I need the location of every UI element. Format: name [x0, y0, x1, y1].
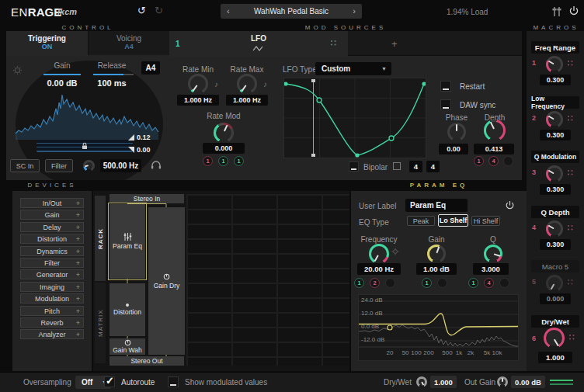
rate-max-sync-note-icon[interactable]: ♪	[263, 80, 267, 88]
macro-2-label[interactable]: Low Frequency	[531, 96, 579, 109]
q-badge-2[interactable]: 4	[484, 278, 494, 288]
macro-4-targets-icon[interactable]	[568, 225, 574, 231]
param-eq-node[interactable]: Param Eq	[110, 204, 145, 279]
tab-triggering[interactable]: Triggering ON	[6, 31, 88, 56]
marker-top-triangle-icon[interactable]	[128, 134, 134, 140]
add-device-icon[interactable]: +	[76, 331, 80, 338]
rate-mod-badge-3[interactable]: 1	[234, 156, 244, 166]
eq-type-lo-shelf-button[interactable]: Lo Shelf	[438, 214, 468, 227]
add-device-icon[interactable]: +	[76, 211, 80, 219]
add-device-icon[interactable]: +	[76, 295, 80, 303]
tab-voicing[interactable]: Voicing A4	[88, 31, 169, 55]
device-pitch[interactable]: Pitch+	[20, 306, 84, 316]
depth-badge-2[interactable]: 4	[488, 156, 499, 166]
macro-5-value[interactable]: 0.000	[540, 293, 571, 304]
macro-4-value[interactable]: 0.300	[540, 239, 571, 250]
macro-6-targets-icon[interactable]	[569, 335, 575, 341]
sc-in-button[interactable]: SC In	[10, 159, 40, 172]
marker-bottom-value[interactable]: 0.00	[137, 146, 151, 154]
rate-mod-badge-2[interactable]: 1	[218, 156, 228, 166]
gain-slider[interactable]	[43, 74, 81, 75]
grid-steps-y[interactable]: 4	[426, 161, 440, 172]
headphones-icon[interactable]	[151, 160, 162, 170]
add-device-icon[interactable]: +	[76, 199, 80, 207]
frequency-badge-2[interactable]: 2	[370, 278, 380, 288]
device-generator[interactable]: Generator+	[20, 269, 84, 279]
device-gain[interactable]: Gain+	[20, 210, 84, 220]
preset-selector[interactable]: ‹ WahWah Pedal Basic ›	[221, 4, 362, 19]
daw-sync-checkbox[interactable]	[440, 99, 451, 110]
show-modulated-checkbox[interactable]	[168, 376, 179, 387]
power-icon[interactable]	[568, 5, 579, 16]
rate-max-knob[interactable]	[237, 74, 257, 94]
grid-steps-x[interactable]: 4	[409, 161, 422, 172]
depth-badge-1[interactable]: 1	[474, 156, 484, 166]
preset-next-icon[interactable]: ›	[353, 6, 356, 16]
q-badge-1[interactable]: 1	[468, 278, 478, 288]
depth-knob[interactable]	[484, 120, 506, 141]
add-device-icon[interactable]: +	[76, 319, 80, 327]
out-gain-knob[interactable]	[497, 376, 508, 387]
q-knob[interactable]	[484, 245, 502, 263]
rate-min-knob[interactable]	[188, 74, 208, 94]
rate-mod-badge-1[interactable]: 1	[203, 156, 213, 166]
device-distortion[interactable]: Distortion+	[20, 234, 84, 244]
lfo-mod-targets-icon[interactable]	[331, 40, 337, 47]
device-modulation[interactable]: Modulation+	[20, 293, 84, 304]
undo-icon[interactable]: ↺	[137, 5, 146, 16]
rate-mod-value[interactable]: 0.000	[203, 143, 245, 154]
frequency-value[interactable]: 20.00 Hz	[357, 263, 401, 275]
add-device-icon[interactable]: +	[76, 259, 80, 267]
tab-lfo[interactable]: 1 LFO	[169, 31, 348, 57]
user-label-input[interactable]: Param Eq	[405, 199, 468, 212]
add-device-icon[interactable]: +	[76, 248, 80, 255]
macro-3-knob[interactable]	[546, 165, 563, 182]
autoroute-checkbox[interactable]: ✓	[104, 376, 115, 387]
add-device-icon[interactable]: +	[76, 307, 80, 315]
macro-3-value[interactable]: 0.300	[540, 184, 571, 195]
lfo-type-dropdown[interactable]: Custom ▼	[315, 62, 391, 75]
filter-freq-value[interactable]: 500.00 Hz	[100, 159, 141, 172]
frequency-badge-3[interactable]	[385, 278, 395, 288]
macro-5-knob[interactable]	[546, 275, 563, 292]
dry-wet-knob[interactable]	[416, 376, 427, 387]
out-gain-value[interactable]: 0.00 dB	[511, 376, 545, 388]
loop-shape-icon[interactable]	[393, 162, 401, 170]
eq-type-hi-shelf-button[interactable]: Hi Shelf	[471, 216, 500, 226]
macro-5-label[interactable]: Macro 5	[531, 260, 579, 272]
device-dynamics[interactable]: Dynamics+	[20, 246, 84, 256]
device-imaging[interactable]: Imaging+	[20, 282, 84, 292]
add-mod-source-icon[interactable]: +	[391, 38, 398, 50]
macro-6-value[interactable]: 1.000	[538, 352, 572, 363]
macro-2-targets-icon[interactable]	[568, 116, 574, 122]
add-device-icon[interactable]: +	[76, 235, 80, 243]
device-in-out[interactable]: In/Out+	[20, 198, 84, 208]
rate-mod-knob[interactable]	[214, 123, 234, 143]
add-device-icon[interactable]: +	[76, 283, 80, 291]
note-button[interactable]: A4	[141, 61, 160, 75]
stereo-out-node[interactable]: Stereo Out	[110, 356, 184, 366]
release-slider[interactable]	[93, 74, 134, 75]
device-analyzer[interactable]: Analyzer+	[20, 329, 84, 339]
device-reverb[interactable]: Reverb+	[20, 317, 84, 328]
rate-min-value[interactable]: 1.000 Hz	[177, 95, 219, 106]
macro-4-knob[interactable]	[546, 220, 563, 238]
redo-icon[interactable]: ↻	[155, 5, 163, 16]
bipolar-checkbox[interactable]	[349, 161, 359, 172]
range-slider-bar[interactable]	[36, 140, 133, 152]
macro-3-targets-icon[interactable]	[568, 170, 574, 176]
phase-knob[interactable]	[447, 123, 466, 141]
macro-1-label[interactable]: Freq Range	[531, 41, 579, 54]
eq-gain-knob[interactable]	[427, 245, 446, 263]
phase-value[interactable]: 0.00	[439, 144, 468, 154]
filter-button[interactable]: Filter	[45, 159, 73, 172]
gain-wah-node[interactable]: Gain Wah	[110, 338, 145, 355]
filter-freq-knob[interactable]	[83, 160, 95, 172]
eq-gain-value[interactable]: 1.00 dB	[416, 263, 457, 275]
frequency-gear-icon[interactable]	[391, 248, 399, 255]
device-delay[interactable]: Delay+	[20, 222, 84, 232]
settings-faders-icon[interactable]	[551, 6, 562, 17]
macro-1-knob[interactable]	[546, 56, 563, 73]
device-filter[interactable]: Filter+	[20, 258, 84, 268]
device-power-icon[interactable]	[505, 200, 515, 210]
